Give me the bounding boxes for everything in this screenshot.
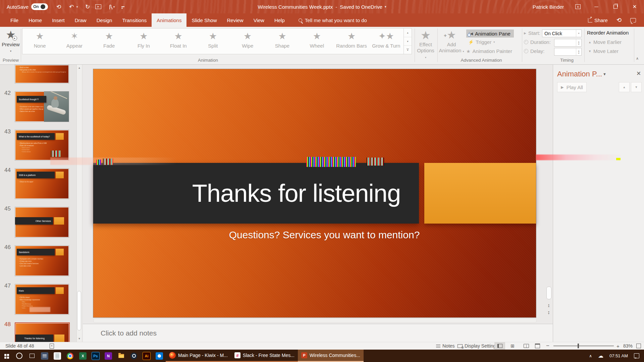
cortana-icon[interactable] (13, 350, 25, 362)
slide-horizontal-scrollbar[interactable] (93, 318, 537, 323)
thumbnail-slide-46[interactable]: Sandstorm A program with a simpler inter… (15, 245, 69, 276)
animation-grow-turn[interactable]: ✦★Grow & Turn (369, 28, 404, 54)
save-icon[interactable]: ⟲ (54, 0, 64, 13)
taskbar-window-slack[interactable]: # Slack - Free State Mes... (231, 350, 298, 362)
notes-toggle[interactable]: Notes (436, 342, 455, 350)
collapse-ribbon-icon[interactable]: ∧ (636, 56, 639, 61)
chat-app-icon[interactable] (153, 350, 166, 362)
onedrive-cloud-icon[interactable]: ☁ (598, 353, 603, 359)
start-slideshow-icon[interactable]: ▸ (95, 0, 101, 13)
tab-slide-show[interactable]: Slide Show (186, 13, 222, 27)
gallery-scroll-down[interactable]: ▼ (404, 37, 412, 46)
thumbnail-slide-42[interactable]: Scuttlebutt though?? Scuttlebutt is the … (15, 91, 69, 122)
tab-animations[interactable]: Animations (152, 13, 186, 27)
thumbnail-slide-44[interactable]: SSB is a platform Show me the apps! (15, 168, 69, 199)
slide-vertical-scrollbar[interactable] (546, 287, 551, 299)
tab-insert[interactable]: Insert (47, 13, 70, 27)
fit-slide-to-window-button[interactable] (636, 342, 641, 350)
pane-options-icon[interactable]: ▼ (603, 72, 606, 76)
spellcheck-icon[interactable]: ✕ (50, 342, 54, 350)
restore-button[interactable] (608, 0, 623, 13)
action-center-icon[interactable] (634, 353, 639, 358)
animation-appear[interactable]: ✶Appear (57, 28, 92, 54)
slide-subtitle[interactable]: Questions? Services you want to mention? (224, 229, 425, 241)
zoom-out-button[interactable]: − (546, 342, 549, 350)
slide-title[interactable]: Thanks for listening (177, 179, 416, 207)
undo-icon[interactable]: ↶▾ (66, 0, 78, 13)
tray-expand-icon[interactable]: ∧ (589, 354, 592, 358)
tab-draw[interactable]: Draw (70, 13, 92, 27)
scroll-down-icon[interactable]: ▼ (77, 337, 82, 340)
scrollbar-thumb[interactable] (77, 291, 81, 330)
reading-view-button[interactable]: | (520, 342, 531, 350)
animation-pane-button[interactable]: → ◀ Animation Pane (466, 29, 514, 38)
pane-move-down-button[interactable]: ▼ (631, 82, 642, 92)
onenote-icon[interactable]: N (102, 350, 115, 362)
slide-title-banner[interactable]: Thanks for listening (93, 163, 419, 224)
tab-view[interactable]: View (249, 13, 269, 27)
close-button[interactable]: ✕ (627, 0, 642, 13)
thumbnail-slide-41-partial[interactable]: Build a chain Add gossip to the chain Al… (15, 65, 69, 83)
slide-sorter-view-button[interactable]: ⊞ (507, 342, 518, 350)
tab-help[interactable]: Help (269, 13, 290, 27)
steam-icon[interactable] (127, 350, 140, 362)
trigger-button[interactable]: ⚡ Trigger▾ (468, 39, 495, 45)
animation-shape[interactable]: ★Shape (265, 28, 300, 54)
pane-close-icon[interactable]: ✕ (636, 70, 641, 77)
next-slide-button[interactable]: ▼▼ (546, 310, 551, 316)
slide-accent-rectangle[interactable] (424, 163, 536, 224)
thumbnail-slide-45[interactable]: Other Services (15, 207, 69, 238)
taskbar-window-kiwix[interactable]: Main Page - Kiwix - M... (166, 350, 231, 362)
file-explorer-icon[interactable] (115, 350, 127, 362)
start-dropdown[interactable]: On Click ▾ (542, 29, 582, 37)
gallery-more-button[interactable]: ▼ (404, 46, 412, 54)
ribbon-display-options-icon[interactable]: ▴ (570, 0, 586, 13)
animation-wheel[interactable]: ★Wheel (300, 28, 334, 54)
calculator-icon[interactable] (51, 350, 64, 362)
autosave-toggle[interactable]: On (31, 0, 48, 13)
effect-options-button[interactable]: ★ Effect Options ▾ (416, 29, 435, 61)
tab-file[interactable]: File (5, 13, 23, 27)
display-settings-button[interactable]: ⚙ Display Settings (458, 342, 498, 350)
pane-move-up-button[interactable]: ▲ (619, 82, 630, 92)
normal-view-button[interactable] (494, 342, 505, 350)
duration-input[interactable]: ▲▼ (554, 39, 582, 47)
photoshop-icon[interactable]: Ps (89, 350, 102, 362)
tab-review[interactable]: Review (222, 13, 248, 27)
chrome-icon[interactable] (64, 350, 76, 362)
touch-mode-icon[interactable]: ▾ (107, 0, 115, 13)
animation-fade[interactable]: ★Fade (92, 28, 126, 54)
animation-fly-in[interactable]: ★Fly In (126, 28, 161, 54)
illustrator-icon[interactable]: Ai (140, 350, 153, 362)
comments-icon[interactable] (630, 18, 636, 22)
task-view-icon[interactable] (25, 350, 38, 362)
redo-icon[interactable]: ↻ (83, 0, 93, 13)
tab-home[interactable]: Home (23, 13, 47, 27)
tab-design[interactable]: Design (92, 13, 117, 27)
share-button[interactable]: Share (588, 17, 608, 23)
delay-input[interactable]: ▲▼ (554, 48, 582, 56)
scroll-up-icon[interactable]: ▲ (77, 66, 82, 69)
zoom-in-button[interactable]: + (616, 342, 620, 350)
mail-icon[interactable] (38, 350, 51, 362)
zoom-slider-thumb[interactable] (578, 344, 579, 348)
slide-show-button[interactable] (532, 342, 543, 350)
clock[interactable]: 07:51 AM (609, 353, 628, 358)
animation-float-in[interactable]: ★Float In (161, 28, 196, 54)
animation-split[interactable]: ★Split (196, 28, 230, 54)
notes-placeholder[interactable]: Click to add notes (101, 329, 157, 337)
slide-canvas[interactable]: Thanks for listening Questions? Services… (93, 69, 536, 317)
excel-icon[interactable]: X (76, 350, 89, 362)
customize-quick-access-icon[interactable]: ▾ (121, 0, 123, 13)
start-button[interactable] (0, 350, 13, 362)
thumbnail-scrollbar[interactable]: ▲ ▼ (76, 65, 82, 342)
zoom-slider-track[interactable] (553, 346, 614, 346)
animation-random-bars[interactable]: ★Random Bars (334, 28, 369, 54)
move-later-button[interactable]: ▼Move Later (588, 48, 619, 54)
thumbnail-slide-48-selected[interactable]: Thanks for listening (15, 322, 70, 342)
animation-none[interactable]: ★None (22, 28, 57, 54)
preview-button[interactable]: ★▶ Preview ▾ (2, 29, 19, 54)
tab-transitions[interactable]: Transitions (117, 13, 152, 27)
notes-pane[interactable]: Click to add notes (83, 324, 553, 342)
taskbar-window-powerpoint[interactable]: P Wireless Communities... (298, 350, 364, 362)
